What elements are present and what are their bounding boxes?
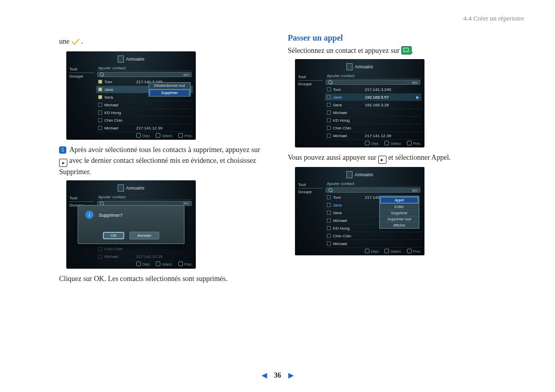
contact-name: Jane <box>333 95 363 100</box>
checkbox-icon[interactable] <box>327 103 331 107</box>
abc-label: abc <box>183 73 189 77</box>
add-contact-bar[interactable]: Ajouter contact <box>96 66 193 71</box>
ok-button[interactable]: OK <box>103 232 124 239</box>
screenshot-2: Annuaire Tout Groupe Ajouter contact abc… <box>66 180 196 269</box>
sidebar-item-groupe[interactable]: Groupe <box>298 189 323 195</box>
list-item[interactable]: KD Hong <box>96 109 193 117</box>
right-p2a: Vous pouvez aussi appuyer sur <box>288 154 378 161</box>
list-item[interactable]: Sera192.168.3.28 <box>325 101 421 109</box>
screenshot-title: Annuaire <box>66 54 196 64</box>
list-item[interactable]: KD Hong <box>325 117 421 124</box>
checkbox-icon[interactable] <box>327 226 331 230</box>
contact-name: KD Hong <box>104 110 134 115</box>
menu-item-deselect-all[interactable]: Désélectionner tout <box>149 83 190 89</box>
checkbox-icon[interactable] <box>98 80 102 84</box>
context-menu: Appel Editer Supprimer Supprimer tout Af… <box>379 196 419 229</box>
menu-item-supprimer[interactable]: Supprimer <box>380 210 419 216</box>
checkbox-icon[interactable] <box>98 103 102 107</box>
checkbox-icon[interactable] <box>327 218 331 222</box>
screenshot-4: Annuaire Tout Groupe Ajouter contact abc… <box>295 167 424 255</box>
footer-select: Sélect. <box>156 133 173 138</box>
list-item[interactable]: Tom217.141.3.245 <box>325 86 421 94</box>
sidebar-item-groupe[interactable]: Groupe <box>69 73 94 80</box>
list-item[interactable]: Michael217.141.12.39 <box>325 132 421 140</box>
menu-item-editer[interactable]: Editer <box>380 204 419 210</box>
dialog-buttons: OK Annuler <box>78 232 184 239</box>
contact-ip: 217.141.3.245 <box>365 87 419 92</box>
menu-item-afficher[interactable]: Afficher <box>380 222 419 228</box>
sidebar-item-tout[interactable]: Tout <box>298 73 323 81</box>
contact-name: Michael <box>333 241 363 246</box>
list-item[interactable]: Chin Chin <box>325 124 421 132</box>
checkbox-icon[interactable] <box>327 87 331 91</box>
contact-name: Tom <box>333 87 363 92</box>
contact-name: Chin Chin <box>333 234 363 238</box>
checkbox-icon[interactable] <box>327 195 331 199</box>
checkbox-icon[interactable] <box>98 95 102 99</box>
right-p1b: . <box>412 47 414 54</box>
checkbox-icon[interactable] <box>327 241 331 246</box>
cancel-button[interactable]: Annuler <box>130 232 159 239</box>
checkbox-icon[interactable] <box>98 126 102 130</box>
sidebar-item-tout[interactable]: Tout <box>69 66 94 73</box>
checkbox-icon[interactable] <box>98 110 102 115</box>
add-contact-bar[interactable]: Ajouter contact <box>96 195 193 200</box>
checkbox-icon[interactable] <box>327 134 331 138</box>
menu-item-supprimer[interactable]: Supprimer <box>150 89 190 96</box>
footer-bar: Dépl. Sélect. Préc. <box>295 139 424 146</box>
text-une-word: une <box>59 38 69 45</box>
sidebar-item-tout[interactable]: Tout <box>298 181 323 189</box>
checkbox-icon[interactable] <box>98 87 102 91</box>
sidebar-item-groupe[interactable]: Groupe <box>298 81 323 87</box>
page: 4.4 Créer un répertoire une . Annuaire T… <box>0 0 555 392</box>
checkbox-icon[interactable] <box>98 118 102 122</box>
right-p2: Vous pouvez aussi appuyer sur ▸ et sélec… <box>288 153 497 164</box>
list-item[interactable]: Jane192.168.5.57▶ <box>325 94 421 101</box>
list-item[interactable]: Michael217.141.12.39 <box>96 124 193 132</box>
menu-item-supprimer-tout[interactable]: Supprimer tout <box>380 216 419 222</box>
main-panel: Ajouter contact abc Tom217.141.3.245 Jan… <box>325 73 421 138</box>
checkbox-icon[interactable] <box>327 95 331 99</box>
checkbox-icon[interactable] <box>327 118 331 122</box>
document-icon <box>346 63 353 70</box>
contact-name: Sera <box>104 95 134 100</box>
search-icon <box>100 72 104 77</box>
checkbox-icon[interactable] <box>327 126 331 130</box>
key-icon: ▸ <box>59 159 67 167</box>
contact-name: Tom <box>333 195 363 200</box>
list-item[interactable]: Michael <box>325 109 421 117</box>
sidebar-item-tout[interactable]: Tout <box>69 195 94 202</box>
checkbox-icon[interactable] <box>327 110 331 115</box>
footer-select: Sélect. <box>384 141 401 145</box>
right-column: Passer un appel Sélectionnez un contact … <box>288 33 497 260</box>
contact-name: Michael <box>104 103 134 107</box>
list-item[interactable]: Chin Chin <box>96 117 193 124</box>
footer-prec: Préc. <box>407 249 421 253</box>
search-input[interactable]: abc <box>326 80 420 85</box>
footer-prec: Préc. <box>407 141 421 145</box>
prev-page-icon[interactable]: ◀ <box>262 371 267 379</box>
right-p2b: et sélectionner Appel. <box>386 154 451 161</box>
add-contact-bar[interactable]: Ajouter contact <box>325 73 421 79</box>
next-page-icon[interactable]: ▶ <box>288 371 294 379</box>
title-text: Annuaire <box>355 64 373 69</box>
contact-name: Chin Chin <box>333 126 363 130</box>
confirm-dialog: i Supprimer? OK Annuler <box>78 205 184 244</box>
add-contact-bar[interactable]: Ajouter contact <box>325 181 421 186</box>
step-badge-5: 5 <box>59 146 66 154</box>
search-input[interactable]: abc <box>97 72 192 77</box>
menu-item-appel[interactable]: Appel <box>380 197 418 203</box>
list-item: Michael217.141.12.39 <box>96 253 193 261</box>
chevron-right-icon: ▶ <box>416 95 419 100</box>
checkbox-icon[interactable] <box>327 203 331 207</box>
contact-name: KD Hong <box>333 226 363 231</box>
checkbox-icon[interactable] <box>327 234 331 238</box>
step5-part1: Après avoir sélectionné tous les contact… <box>69 146 260 154</box>
list-item[interactable]: Michael <box>325 240 421 248</box>
list-item[interactable]: Chin Chin <box>325 232 421 240</box>
contact-ip: 217.141.12.39 <box>136 254 191 259</box>
search-input[interactable]: abc <box>326 188 420 193</box>
context-menu: Désélectionner tout Supprimer <box>149 82 191 97</box>
list-item[interactable]: Michael <box>96 101 193 109</box>
checkbox-icon[interactable] <box>327 211 331 215</box>
